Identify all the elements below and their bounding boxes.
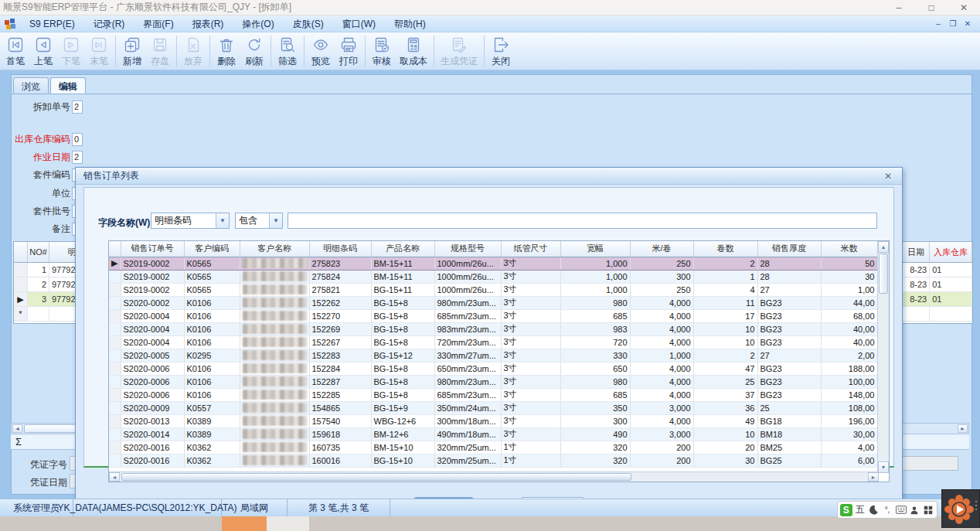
scroll-down-icon[interactable]: ▼ — [878, 461, 889, 473]
grid-row-7[interactable]: S2020-0005K0295152283BG-15+12330mm/27um.… — [109, 349, 877, 362]
menu-item-1[interactable]: 记录(R) — [84, 16, 134, 32]
column-header-卷数[interactable]: 卷数 — [693, 241, 757, 257]
toolbar-button-审核[interactable]: 审核 — [368, 32, 396, 70]
column-header-客户名称[interactable]: 客户名称 — [240, 241, 309, 257]
toolbar-button-预览[interactable]: 预览 — [307, 32, 335, 70]
grid-vertical-scrollbar[interactable]: ▲ ▼ — [877, 241, 889, 473]
cell: S2020-0006 — [121, 362, 184, 375]
grid-row-4[interactable]: S2020-0004K0106152270BG-15+8685mm/23um..… — [109, 309, 877, 322]
cell: 152270 — [309, 309, 371, 322]
column-header[interactable]: 日期 — [903, 242, 930, 262]
sogou-icon[interactable]: S — [840, 504, 852, 516]
toolbar-button-打印[interactable]: 打印 — [335, 32, 362, 70]
grid-row-3[interactable]: S2020-0002K0106152262BG-15+8980mm/23um..… — [109, 296, 877, 309]
grid-row-14[interactable]: S2020-0016K0362160735BM-15+10320mm/25um.… — [109, 441, 877, 454]
grid-horizontal-scrollbar[interactable]: ◄ ► — [109, 471, 879, 482]
column-header-米/卷[interactable]: 米/卷 — [630, 241, 693, 257]
column-header-宽幅[interactable]: 宽幅 — [560, 241, 630, 257]
column-header-产品名称[interactable]: 产品名称 — [371, 241, 434, 257]
grid-icon[interactable] — [922, 504, 934, 516]
scroll-up-icon[interactable]: ▲ — [878, 241, 889, 253]
field-input[interactable]: 0 — [72, 133, 83, 146]
detail-grid-right[interactable]: 日期入库仓库8-23018-23018-2301 — [902, 241, 973, 324]
redacted-customer-name — [243, 271, 307, 281]
filter-field-combo[interactable]: 明细条码 ▼ — [151, 213, 230, 229]
detail-row[interactable]: 8-2301 — [903, 292, 972, 307]
column-header-明细条码[interactable]: 明细条码 — [309, 241, 371, 257]
column-header-销售厚度[interactable]: 销售厚度 — [757, 241, 821, 257]
maximize-icon[interactable]: □ — [915, 0, 948, 15]
punctuation-icon[interactable]: °, — [881, 504, 893, 516]
detail-row[interactable] — [903, 307, 972, 322]
keyboard-icon[interactable] — [895, 504, 907, 516]
scroll-thumb[interactable] — [121, 473, 631, 481]
close-icon[interactable]: ✕ — [948, 0, 980, 15]
column-header-客户编码[interactable]: 客户编码 — [184, 241, 240, 257]
tile-menu-dots[interactable] — [975, 501, 977, 510]
tab-编辑[interactable]: 编辑 — [50, 77, 86, 94]
column-header-销售订单号[interactable]: 销售订单号 — [121, 241, 184, 257]
wubi-icon[interactable]: 五 — [854, 504, 866, 516]
column-header[interactable] — [14, 242, 28, 262]
dialog-close-icon[interactable]: ✕ — [882, 171, 894, 182]
grid-row-5[interactable]: S2020-0004K0106152269BG-15+8983mm/23um..… — [109, 322, 877, 335]
toolbar-button-首笔[interactable]: 首笔 — [2, 32, 29, 70]
menu-item-0[interactable]: S9 ERP(E) — [20, 16, 84, 32]
mdi-minimize-icon[interactable]: – — [932, 19, 944, 29]
grid-row-0[interactable]: ▶S2019-0002K0565275823BM-15+111000mm/26u… — [109, 257, 877, 270]
menu-item-6[interactable]: 窗口(W) — [333, 16, 385, 32]
menu-item-3[interactable]: 报表(R) — [183, 16, 233, 32]
person-icon[interactable] — [909, 504, 921, 516]
detail-row[interactable]: 8-2301 — [903, 277, 972, 292]
grid-row-1[interactable]: S2019-0002K0565275824BM-15+111000mm/26u.… — [109, 270, 877, 283]
scroll-left-icon[interactable]: ◄ — [12, 424, 22, 433]
filter-text-input[interactable] — [288, 213, 877, 229]
grid-row-10[interactable]: S2020-0006K0106152285BG-15+8685mm/23um..… — [109, 388, 877, 401]
chevron-down-icon[interactable]: ▼ — [216, 213, 229, 228]
chevron-down-icon[interactable]: ▼ — [269, 213, 282, 228]
menu-item-7[interactable]: 帮助(H) — [385, 16, 435, 32]
field-input[interactable]: 2 — [72, 100, 83, 114]
toolbar-button-筛选[interactable]: 筛选 — [274, 32, 301, 70]
grid-row-11[interactable]: S2020-0009K0557154865BG-15+9350mm/24um..… — [109, 401, 877, 414]
scroll-right-icon[interactable]: ► — [868, 472, 879, 482]
grid-row-8[interactable]: S2020-0006K0106152284BG-15+8650mm/23um..… — [109, 362, 877, 375]
scroll-left-icon[interactable]: ◄ — [109, 472, 120, 482]
detail-row[interactable]: 8-2301 — [903, 263, 972, 277]
scroll-thumb[interactable] — [879, 254, 888, 294]
column-header-米数[interactable]: 米数 — [821, 241, 877, 257]
column-header-纸管尺寸[interactable]: 纸管尺寸 — [501, 241, 560, 257]
grid-row-2[interactable]: S2019-0002K0565275821BG-15+111000mm/26u.… — [109, 283, 877, 296]
menu-item-5[interactable]: 皮肤(S) — [284, 16, 333, 32]
column-header[interactable]: NO# — [28, 242, 49, 262]
corner-app-tile[interactable] — [941, 489, 980, 528]
column-header[interactable]: 入库仓库 — [930, 242, 972, 262]
filter-operator-combo[interactable]: 包含 ▼ — [235, 213, 283, 229]
column-header-规格型号[interactable]: 规格型号 — [434, 241, 501, 257]
grid-row-9[interactable]: S2020-0006K0106152287BG-15+8980mm/23um..… — [109, 375, 877, 388]
minimize-icon[interactable]: – — [883, 0, 915, 15]
grid-row-12[interactable]: S2020-0013K0389157540WBG-12+6300mm/18um.… — [109, 414, 877, 427]
grid-row-15[interactable]: S2020-0016K0362160016BG-15+10320mm/25um.… — [109, 454, 877, 467]
toolbar-button-刷新[interactable]: 刷新 — [240, 32, 268, 70]
sales-order-grid[interactable]: 销售订单号客户编码客户名称明细条码产品名称规格型号纸管尺寸宽幅米/卷卷数销售厚度… — [108, 240, 890, 482]
mdi-close-icon[interactable]: ✕ — [961, 19, 974, 29]
taskbar-app-orange[interactable] — [222, 516, 267, 531]
toolbar-button-上笔[interactable]: 上笔 — [29, 32, 57, 70]
menu-item-2[interactable]: 界面(F) — [134, 16, 182, 32]
save-icon — [151, 35, 168, 55]
tab-浏览[interactable]: 浏览 — [13, 77, 49, 94]
moon-icon[interactable] — [867, 504, 880, 516]
toolbar-button-删除[interactable]: 删除 — [213, 32, 240, 70]
menu-item-4[interactable]: 操作(O) — [233, 16, 283, 32]
toolbar-button-关闭[interactable]: 关闭 — [487, 32, 515, 70]
scroll-right-icon[interactable]: ► — [958, 424, 968, 433]
mdi-restore-icon[interactable]: ❐ — [947, 19, 959, 29]
field-input[interactable]: 2 — [72, 151, 83, 164]
toolbar-button-取成本[interactable]: 取成本 — [396, 32, 431, 70]
grid-row-13[interactable]: S2020-0014K0389159618BM-12+6490mm/18um..… — [109, 427, 877, 441]
toolbar-button-新增[interactable]: 新增 — [118, 32, 146, 70]
dialog-title-bar[interactable]: 销售订单列表 ✕ — [76, 168, 902, 185]
grid-row-6[interactable]: S2020-0004K0106152267BG-15+8720mm/23um..… — [109, 335, 877, 349]
taskbar-app-light[interactable] — [267, 516, 309, 531]
